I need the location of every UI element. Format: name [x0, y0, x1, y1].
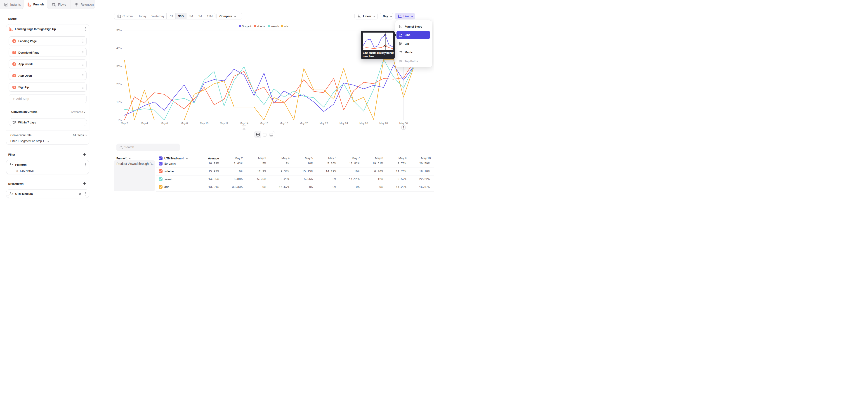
svg-text:May 8: May 8 — [181, 122, 188, 125]
svg-text:May 18: May 18 — [280, 122, 288, 125]
svg-text:$organic: $organic — [242, 25, 252, 28]
svg-text:May 14: May 14 — [240, 122, 248, 125]
svg-text:May 20: May 20 — [300, 122, 308, 125]
svg-text:May 26: May 26 — [360, 122, 368, 125]
svg-text:May 6: May 6 — [161, 122, 168, 125]
svg-text:10%: 10% — [116, 100, 122, 103]
svg-text:sidebar: sidebar — [257, 25, 266, 28]
svg-text:ads: ads — [284, 25, 288, 28]
svg-text:May 24: May 24 — [340, 122, 348, 125]
svg-text:May 22: May 22 — [320, 122, 328, 125]
svg-text:May 28: May 28 — [379, 122, 388, 125]
svg-text:May 4: May 4 — [141, 122, 148, 125]
svg-text:20%: 20% — [116, 83, 122, 86]
svg-text:0%: 0% — [118, 119, 122, 122]
svg-text:30%: 30% — [116, 65, 122, 68]
svg-text:50%: 50% — [116, 29, 122, 32]
svg-text:May 12: May 12 — [220, 122, 228, 125]
svg-text:May 16: May 16 — [260, 122, 268, 125]
svg-text:May 10: May 10 — [200, 122, 209, 125]
svg-text:search: search — [271, 25, 279, 28]
svg-text:40%: 40% — [116, 46, 122, 50]
svg-text:May 2: May 2 — [121, 122, 128, 125]
svg-text:May 30: May 30 — [399, 122, 408, 125]
